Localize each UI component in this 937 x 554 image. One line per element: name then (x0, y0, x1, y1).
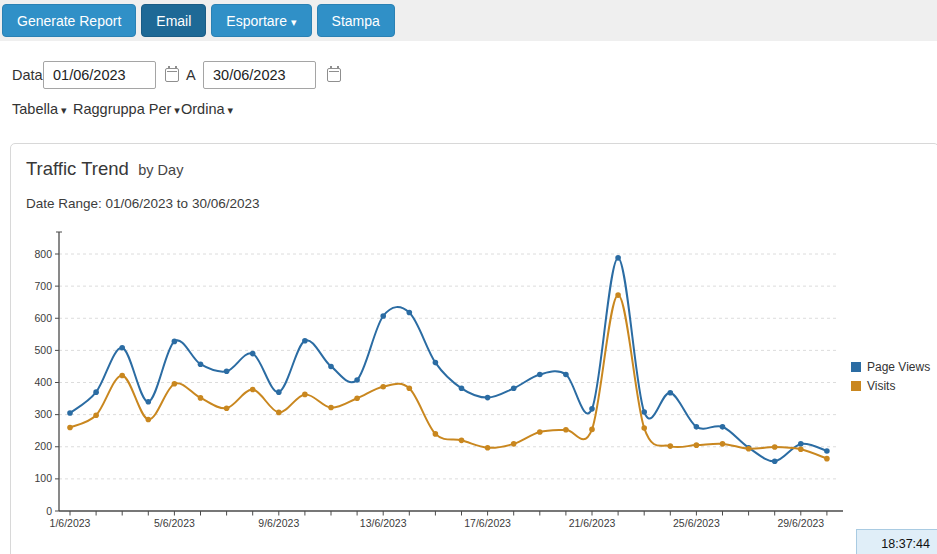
esportare-label: Esportare (226, 13, 287, 29)
report-panel: Traffic Trend by Day Date Range: 01/06/2… (10, 143, 937, 554)
time-status-box: 18:37:44 (856, 529, 937, 554)
caret-down-icon: ▾ (228, 104, 234, 116)
traffic-chart: 01002003004005006007008001/6/20235/6/202… (31, 226, 861, 538)
svg-text:400: 400 (34, 376, 52, 388)
to-label: A (186, 67, 196, 83)
svg-text:100: 100 (34, 472, 52, 484)
chart-title-main: Traffic Trend (26, 158, 129, 179)
svg-text:200: 200 (34, 440, 52, 452)
svg-text:500: 500 (34, 344, 52, 356)
chart-title: Traffic Trend by Day (26, 158, 183, 180)
date-to-input[interactable] (203, 61, 316, 89)
visits-swatch-icon (851, 381, 861, 391)
legend-label: Visits (867, 379, 895, 393)
stampa-button[interactable]: Stampa (317, 4, 395, 37)
page-views-swatch-icon (851, 362, 861, 372)
legend-label: Page Views (867, 360, 930, 374)
calendar-icon[interactable] (327, 68, 341, 82)
chart-date-range: Date Range: 01/06/2023 to 30/06/2023 (26, 196, 259, 211)
raggruppa-per-label: Raggruppa Per (73, 101, 171, 117)
raggruppa-per-dropdown[interactable]: Raggruppa Per▾ (73, 101, 180, 117)
svg-text:700: 700 (34, 280, 52, 292)
svg-text:25/6/2023: 25/6/2023 (673, 517, 720, 529)
svg-text:21/6/2023: 21/6/2023 (569, 517, 616, 529)
svg-text:0: 0 (46, 505, 52, 517)
generate-report-button[interactable]: Generate Report (2, 4, 136, 37)
caret-down-icon: ▾ (61, 104, 67, 116)
svg-text:9/6/2023: 9/6/2023 (258, 517, 299, 529)
date-from-input[interactable] (43, 61, 156, 89)
date-filter-row: Data A (0, 61, 937, 89)
data-label: Data (12, 67, 43, 83)
time-value: 18:37:44 (881, 537, 930, 551)
caret-down-icon: ▾ (174, 104, 180, 116)
tabella-label: Tabella (12, 101, 58, 117)
svg-text:300: 300 (34, 408, 52, 420)
toolbar: Generate Report Email Esportare▾ Stampa (0, 0, 937, 41)
email-button[interactable]: Email (141, 4, 206, 37)
svg-text:29/6/2023: 29/6/2023 (777, 517, 824, 529)
ordina-dropdown[interactable]: Ordina▾ (181, 101, 233, 117)
svg-text:1/6/2023: 1/6/2023 (50, 517, 91, 529)
tabella-dropdown[interactable]: Tabella▾ (12, 101, 66, 117)
svg-text:17/6/2023: 17/6/2023 (464, 517, 511, 529)
legend-item-visits: Visits (851, 379, 930, 393)
esportare-dropdown-button[interactable]: Esportare▾ (211, 4, 311, 37)
svg-text:600: 600 (34, 312, 52, 324)
legend-item-page-views: Page Views (851, 360, 930, 374)
caret-down-icon: ▾ (291, 16, 297, 28)
svg-text:5/6/2023: 5/6/2023 (154, 517, 195, 529)
chart-legend: Page Views Visits (851, 360, 930, 398)
svg-text:800: 800 (34, 248, 52, 260)
calendar-icon[interactable] (165, 68, 179, 82)
svg-text:13/6/2023: 13/6/2023 (360, 517, 407, 529)
chart-title-suffix: by Day (138, 162, 183, 178)
ordina-label: Ordina (181, 101, 225, 117)
